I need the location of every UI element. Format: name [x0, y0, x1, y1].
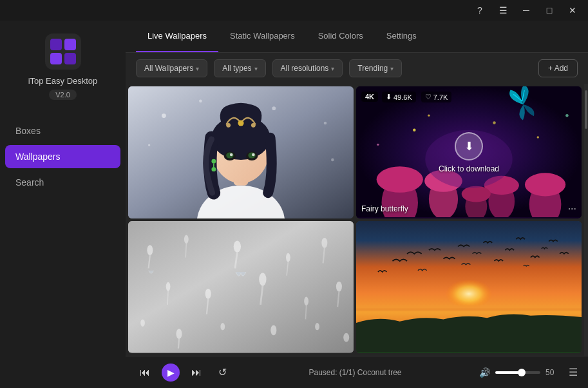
svg-point-39 — [493, 121, 496, 124]
svg-point-65 — [176, 329, 182, 339]
svg-point-58 — [259, 273, 266, 286]
maximize-icon: □ — [547, 5, 552, 15]
main-layout: iTop Easy Desktop V2.0 Boxes Wallpapers … — [0, 21, 588, 388]
svg-point-18 — [230, 153, 233, 157]
previous-button[interactable]: ⏮ — [136, 364, 154, 382]
player-bar: ⏮ ▶ ⏭ ↺ Paused: (1/1) Coconut tree 🔊 50 … — [126, 356, 588, 388]
svg-point-4 — [324, 122, 327, 125]
content-with-scroll: 4K ⬇ 49.6K ♡ 7.7K ⬇ Click to downlo — [126, 84, 588, 356]
scrollbar-thumb[interactable] — [585, 90, 587, 129]
svg-point-54 — [166, 282, 171, 291]
svg-point-62 — [336, 282, 342, 292]
svg-line-66 — [178, 339, 179, 349]
logo-square-3 — [50, 53, 62, 64]
minimize-button[interactable]: ─ — [516, 3, 536, 18]
svg-point-2 — [199, 100, 202, 103]
svg-line-61 — [305, 306, 306, 319]
wallpaper-card-3[interactable] — [128, 221, 354, 353]
resolution-filter[interactable]: All resolutions ▾ — [272, 59, 343, 77]
tab-live-wallpapers[interactable]: Live Wallpapers — [136, 21, 218, 52]
logo-square-1 — [50, 39, 62, 50]
app-logo — [45, 34, 81, 70]
content-area: Live Wallpapers Static Wallpapers Solid … — [126, 21, 588, 388]
app-name: iTop Easy Desktop — [28, 76, 98, 86]
help-button[interactable]: ? — [469, 3, 490, 18]
help-icon: ? — [477, 5, 482, 15]
download-circle-btn[interactable]: ⬇ — [455, 132, 483, 160]
svg-point-5 — [148, 144, 150, 146]
repeat-button[interactable]: ↺ — [213, 364, 231, 382]
rain-glass-image — [128, 221, 354, 352]
svg-line-55 — [167, 291, 168, 304]
logo-square-2 — [64, 39, 76, 50]
tab-solid-colors[interactable]: Solid Colors — [307, 21, 375, 52]
download-icon: ⬇ — [386, 93, 392, 101]
sidebar-nav: Boxes Wallpapers Search — [0, 119, 126, 197]
close-icon: ✕ — [569, 5, 576, 15]
tab-settings[interactable]: Settings — [375, 21, 428, 52]
menu-button[interactable]: ☰ — [493, 3, 513, 18]
volume-knob[interactable] — [518, 369, 526, 376]
maximize-button[interactable]: □ — [539, 3, 560, 18]
card-more-button[interactable]: ··· — [568, 203, 576, 215]
chevron-down-icon: ▾ — [390, 65, 394, 72]
playlist-icon[interactable]: ☰ — [569, 366, 578, 378]
svg-point-60 — [304, 296, 308, 306]
card-stats: ⬇ 49.6K ♡ 7.7K — [382, 92, 451, 102]
version-badge: V2.0 — [49, 90, 77, 100]
svg-point-48 — [234, 240, 241, 252]
wallpaper-type-filter[interactable]: All Wallpapers ▾ — [136, 59, 207, 77]
wallpaper-card-1[interactable] — [128, 86, 354, 218]
tab-static-wallpapers[interactable]: Static Wallpapers — [218, 21, 307, 52]
play-pause-button[interactable]: ▶ — [162, 364, 180, 382]
svg-point-40 — [537, 136, 539, 138]
content-type-filter[interactable]: All types ▾ — [214, 59, 265, 77]
sidebar: iTop Easy Desktop V2.0 Boxes Wallpapers … — [0, 21, 126, 388]
like-stat: ♡ 7.7K — [421, 92, 452, 102]
svg-point-38 — [428, 114, 430, 116]
wallpaper-card-2[interactable]: 4K ⬇ 49.6K ♡ 7.7K ⬇ Click to downlo — [356, 86, 582, 218]
svg-point-42 — [565, 114, 569, 117]
svg-point-68 — [270, 325, 276, 335]
svg-point-1 — [162, 113, 166, 118]
svg-point-41 — [377, 144, 379, 146]
minimize-icon: ─ — [523, 5, 529, 15]
sunset-birds-image — [356, 221, 582, 352]
sort-filter[interactable]: Trending ▾ — [349, 59, 402, 77]
svg-point-64 — [140, 319, 145, 326]
svg-point-19 — [252, 153, 255, 157]
svg-point-25 — [377, 166, 423, 193]
anime-girl-image — [128, 86, 354, 218]
svg-point-37 — [413, 128, 416, 131]
sidebar-item-search[interactable]: Search — [5, 171, 120, 194]
volume-slider[interactable] — [495, 371, 540, 374]
svg-point-22 — [211, 167, 216, 171]
svg-point-67 — [220, 323, 225, 330]
volume-icon: 🔊 — [479, 367, 490, 378]
sidebar-item-wallpapers[interactable]: Wallpapers — [5, 145, 120, 168]
wallpaper-card-4[interactable] — [356, 221, 582, 353]
add-button[interactable]: + Add — [538, 59, 578, 77]
card-4k-badge: 4K — [361, 92, 378, 102]
title-bar: ? ☰ ─ □ ✕ — [0, 0, 588, 21]
close-button[interactable]: ✕ — [562, 3, 583, 18]
filter-bar: All Wallpapers ▾ All types ▾ All resolut… — [126, 53, 588, 84]
tabs: Live Wallpapers Static Wallpapers Solid … — [126, 21, 588, 53]
card-title: Fairy butterfly — [361, 204, 408, 213]
next-button[interactable]: ⏭ — [187, 364, 205, 382]
wallpaper-grid: 4K ⬇ 49.6K ♡ 7.7K ⬇ Click to downlo — [126, 84, 584, 356]
svg-point-12 — [226, 123, 231, 128]
download-overlay[interactable]: ⬇ Click to download — [439, 132, 499, 173]
svg-point-46 — [184, 235, 189, 244]
svg-rect-74 — [356, 308, 582, 310]
svg-point-11 — [238, 120, 243, 126]
svg-point-44 — [147, 245, 153, 255]
sidebar-item-boxes[interactable]: Boxes — [5, 119, 120, 142]
svg-point-20 — [211, 159, 216, 164]
chevron-down-icon: ▾ — [331, 65, 334, 72]
svg-point-52 — [321, 238, 327, 248]
svg-point-69 — [315, 323, 319, 330]
scrollbar[interactable] — [584, 84, 588, 356]
logo-square-4 — [64, 53, 76, 64]
download-stat: ⬇ 49.6K — [382, 92, 416, 102]
